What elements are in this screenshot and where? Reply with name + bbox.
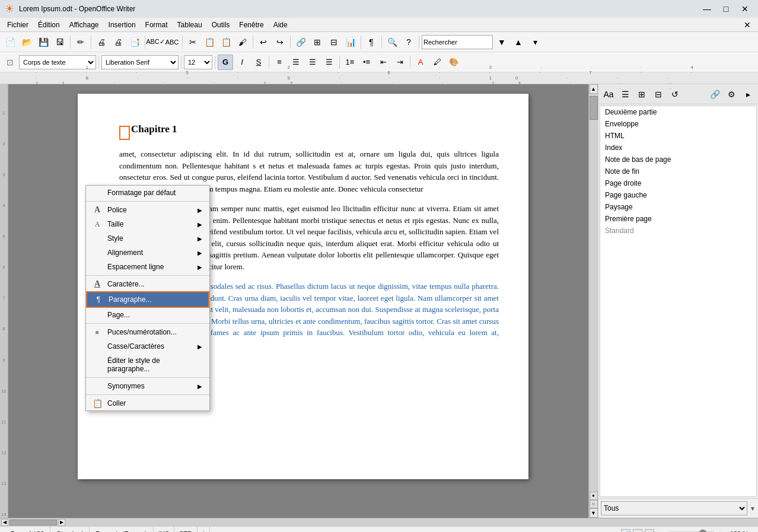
scroll-up[interactable]: ▲ bbox=[590, 84, 598, 94]
print-preview-button[interactable]: 🖨 bbox=[94, 34, 109, 50]
cm-formatage[interactable]: Formatage par défaut bbox=[86, 186, 209, 200]
status-page: Page 4 / 23 bbox=[5, 527, 50, 532]
sep8 bbox=[381, 36, 382, 49]
app-logo: ☀ bbox=[5, 2, 14, 15]
scroll-thumb[interactable] bbox=[590, 96, 598, 120]
scroll-btn1[interactable]: ● bbox=[590, 492, 598, 500]
cm-paragraphe[interactable]: ¶ Paragraphe... bbox=[86, 291, 209, 308]
search-prev[interactable]: ▲ bbox=[511, 34, 526, 50]
status-star: * bbox=[198, 527, 210, 532]
styles-filter-select[interactable]: Tous bbox=[601, 501, 747, 515]
edit-button[interactable]: ✏ bbox=[73, 34, 88, 50]
hscroll-right[interactable]: ▶ bbox=[58, 519, 65, 526]
print2-button[interactable]: 📑 bbox=[127, 34, 142, 50]
cm-espacement[interactable]: Espacement ligne ▶ bbox=[86, 260, 209, 274]
nonprint-button[interactable]: ¶ bbox=[364, 34, 379, 50]
cm-caractere[interactable]: A Caractère... bbox=[86, 277, 209, 291]
cut-button[interactable]: ✂ bbox=[185, 34, 200, 50]
search-opt[interactable]: ▾ bbox=[527, 34, 543, 50]
find-button[interactable]: 🔍 bbox=[384, 34, 400, 50]
style-item-standard[interactable]: Standard bbox=[600, 225, 756, 237]
menu-insertion[interactable]: Insertion bbox=[104, 20, 141, 30]
style-item-pagegauche[interactable]: Page gauche bbox=[600, 189, 756, 201]
style-item-paysage[interactable]: Paysage bbox=[600, 201, 756, 213]
save-as-button[interactable]: 🖫 bbox=[52, 34, 68, 50]
menu-aide[interactable]: Aide bbox=[269, 20, 292, 30]
maximize-button[interactable]: □ bbox=[718, 3, 734, 15]
minimize-button[interactable]: — bbox=[699, 3, 715, 15]
menu-format[interactable]: Format bbox=[141, 20, 173, 30]
save-button[interactable]: 💾 bbox=[36, 34, 51, 50]
window-title: Lorem Ipsum.odt - OpenOffice Writer bbox=[19, 5, 135, 13]
cm-page[interactable]: Page... bbox=[86, 308, 209, 322]
table-button[interactable]: ⊞ bbox=[310, 34, 325, 50]
cm-alignement[interactable]: Alignement ▶ bbox=[86, 246, 209, 260]
paste-button[interactable]: 📋 bbox=[218, 34, 234, 50]
scroll-down[interactable]: ▼ bbox=[590, 508, 598, 518]
menu-affichage[interactable]: Affichage bbox=[65, 20, 104, 30]
doc-area[interactable]: Chapitre 1 amet, consectetur adipiscing … bbox=[8, 84, 598, 518]
cm-puces[interactable]: ≡ Puces/numérotation... bbox=[86, 325, 209, 339]
sep9 bbox=[419, 36, 419, 49]
horizontal-scrollbar: ◀ ▶ bbox=[0, 518, 758, 526]
print-button[interactable]: 🖨 bbox=[110, 34, 126, 50]
style-item-premierepage[interactable]: Première page bbox=[600, 213, 756, 225]
style-icon: ⊡ bbox=[2, 55, 18, 70]
cm-police[interactable]: A Police ▶ bbox=[86, 203, 209, 217]
cm-casse[interactable]: Casse/Caractères ▶ bbox=[86, 339, 209, 353]
toolbar1: 📄 📂 💾 🖫 ✏ 🖨 🖨 📑 ABC✓ ABC ✂ 📋 📋 🖌 ↩ ↪ 🔗 ⊞… bbox=[0, 32, 758, 52]
style-item-notebas[interactable]: Note de bas de page bbox=[600, 154, 756, 165]
status-icon1[interactable]: 📄 bbox=[621, 529, 630, 533]
new-button[interactable]: 📄 bbox=[2, 34, 18, 50]
menu-fichier[interactable]: Fichier bbox=[2, 20, 33, 30]
hscroll-left[interactable]: ◀ bbox=[1, 519, 8, 526]
window-controls: — □ ✕ bbox=[699, 3, 753, 15]
casse-icon bbox=[91, 340, 104, 353]
undo-button[interactable]: ↩ bbox=[256, 34, 271, 50]
clone-button[interactable]: 🖌 bbox=[235, 34, 250, 50]
style-item-pagedroite[interactable]: Page droite bbox=[600, 177, 756, 189]
zoom-out[interactable]: − bbox=[661, 529, 665, 533]
status-icon3[interactable]: ⊟ bbox=[645, 529, 654, 533]
hscroll-thumb[interactable] bbox=[9, 520, 57, 525]
menu-outils[interactable]: Outils bbox=[207, 20, 235, 30]
spellcheck2-button[interactable]: ABC bbox=[164, 34, 180, 50]
copy-button[interactable]: 📋 bbox=[202, 34, 217, 50]
search-input[interactable] bbox=[422, 35, 493, 49]
close-button[interactable]: ✕ bbox=[737, 3, 753, 15]
heading-cursor-box bbox=[119, 126, 130, 140]
cm-synonymes[interactable]: Synonymes ▶ bbox=[86, 379, 209, 393]
open-button[interactable]: 📂 bbox=[19, 34, 34, 50]
status-icon2[interactable]: ⊞ bbox=[633, 529, 642, 533]
right-panel: Aa ☰ ⊞ ⊟ ↺ 🔗 ⚙ ▸ Deuxième partie Envelop… bbox=[598, 84, 758, 518]
chart-button[interactable]: 📊 bbox=[343, 34, 358, 50]
menu-edition[interactable]: Édition bbox=[33, 20, 65, 30]
style-item-index[interactable]: Index bbox=[600, 142, 756, 154]
redo-button[interactable]: ↪ bbox=[272, 34, 288, 50]
menu-fenetre[interactable]: Fenêtre bbox=[234, 20, 268, 30]
vertical-scrollbar[interactable]: ▲ ● ○ ▼ bbox=[588, 84, 598, 518]
cm-coller[interactable]: 📋 Coller bbox=[86, 396, 209, 410]
help-button[interactable]: ? bbox=[401, 34, 416, 50]
style-item-html[interactable]: HTML bbox=[600, 130, 756, 142]
paragraphe-icon: ¶ bbox=[92, 293, 105, 306]
menu-tableau[interactable]: Tableau bbox=[173, 20, 207, 30]
cm-editer-style[interactable]: Éditer le style de paragraphe... bbox=[86, 353, 209, 376]
hyperlink-button[interactable]: 🔗 bbox=[293, 34, 308, 50]
espacement-icon bbox=[91, 260, 104, 273]
espacement-arrow: ▶ bbox=[198, 264, 202, 270]
styles-list: Deuxième partie Enveloppe HTML Index Not… bbox=[600, 106, 757, 497]
scroll-btn2[interactable]: ○ bbox=[590, 500, 598, 508]
zoom-in[interactable]: + bbox=[718, 529, 722, 533]
sep4 bbox=[182, 36, 183, 49]
search-next[interactable]: ▼ bbox=[494, 34, 509, 50]
cm-taille[interactable]: A Taille ▶ bbox=[86, 217, 209, 231]
spellcheck-button[interactable]: ABC✓ bbox=[148, 34, 163, 50]
menubar-close[interactable]: ✕ bbox=[739, 19, 756, 31]
style-item-deuxieme[interactable]: Deuxième partie bbox=[600, 106, 756, 118]
style-item-enveloppe[interactable]: Enveloppe bbox=[600, 118, 756, 130]
cm-style[interactable]: Style ▶ bbox=[86, 231, 209, 246]
table2-button[interactable]: ⊟ bbox=[326, 34, 342, 50]
sep1 bbox=[70, 36, 71, 49]
style-item-notefin[interactable]: Note de fin bbox=[600, 165, 756, 177]
